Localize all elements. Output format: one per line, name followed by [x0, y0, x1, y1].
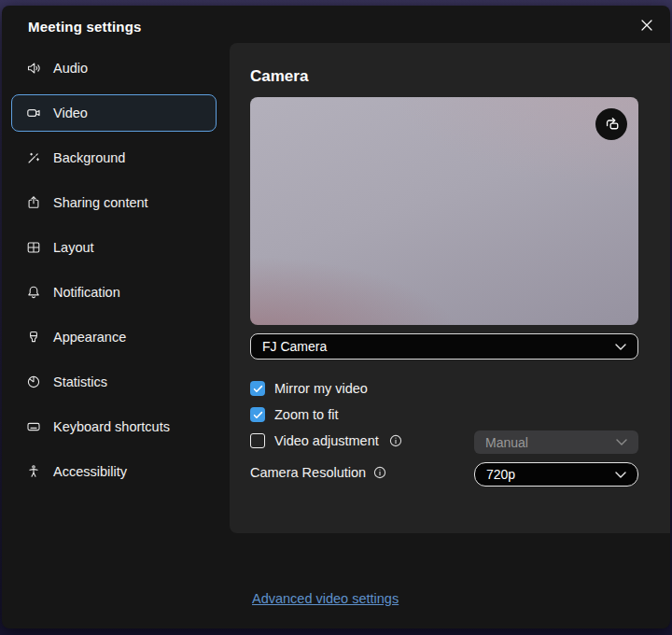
camera-resolution-value: 720p — [486, 467, 515, 482]
video-adjustment-mode-value: Manual — [485, 435, 528, 450]
zoom-to-fit-checkbox-row[interactable]: Zoom to fit — [250, 404, 402, 425]
sidebar-item-layout[interactable]: Layout — [11, 229, 217, 266]
sidebar-item-label: Notification — [53, 285, 120, 300]
chevron-down-icon — [615, 344, 626, 350]
checkbox-checked-icon[interactable] — [250, 381, 265, 396]
video-adjustment-mode-select: Manual — [474, 430, 638, 454]
sidebar-item-accessibility[interactable]: Accessibility — [11, 453, 217, 490]
sidebar-item-notification[interactable]: Notification — [11, 274, 217, 311]
sidebar-item-label: Accessibility — [53, 464, 127, 479]
video-adjustment-checkbox-row[interactable]: Video adjustment — [250, 430, 402, 451]
checkbox-label: Zoom to fit — [274, 407, 339, 422]
camera-device-value: FJ Camera — [262, 339, 327, 354]
camera-resolution-label: Camera Resolution — [250, 465, 366, 480]
sidebar-item-label: Background — [53, 150, 125, 165]
settings-sidebar: Audio Video Background Sharing content L — [11, 49, 217, 498]
sidebar-item-label: Layout — [53, 240, 94, 255]
sidebar-item-label: Keyboard shortcuts — [53, 419, 170, 434]
checkbox-unchecked-icon[interactable] — [250, 433, 265, 448]
sidebar-item-background[interactable]: Background — [11, 139, 217, 176]
paintbrush-icon — [26, 330, 41, 345]
sidebar-item-label: Audio — [53, 61, 88, 76]
sidebar-item-video[interactable]: Video — [11, 94, 217, 132]
mirror-my-video-checkbox-row[interactable]: Mirror my video — [250, 378, 402, 399]
speaker-icon — [26, 61, 41, 76]
camera-resolution-select[interactable]: 720p — [474, 462, 638, 487]
pie-chart-icon — [26, 374, 41, 389]
flip-camera-button[interactable] — [595, 108, 627, 140]
checkbox-label: Mirror my video — [274, 381, 368, 396]
meeting-settings-dialog: Meeting settings Audio Video Background — [2, 6, 670, 628]
panel-heading: Camera — [250, 67, 308, 86]
video-settings-panel: Camera FJ Camera Mirror my video — [230, 43, 670, 533]
flip-camera-icon — [603, 114, 621, 135]
chevron-down-icon — [615, 472, 626, 478]
advanced-video-settings-link[interactable]: Advanced video settings — [252, 591, 399, 606]
close-button[interactable] — [633, 13, 661, 41]
checkbox-checked-icon[interactable] — [250, 407, 265, 422]
info-icon[interactable] — [389, 434, 402, 447]
accessibility-icon — [26, 464, 41, 479]
share-icon — [26, 195, 41, 210]
sidebar-item-audio[interactable]: Audio — [11, 49, 217, 87]
video-camera-icon — [26, 106, 41, 120]
camera-device-select[interactable]: FJ Camera — [250, 333, 638, 360]
sidebar-item-sharing-content[interactable]: Sharing content — [11, 184, 217, 221]
sidebar-item-label: Sharing content — [53, 195, 148, 210]
keyboard-icon — [26, 419, 41, 434]
camera-resolution-row: Camera Resolution — [250, 465, 386, 480]
sidebar-item-keyboard-shortcuts[interactable]: Keyboard shortcuts — [11, 408, 217, 445]
grid-icon — [26, 240, 41, 255]
sidebar-item-appearance[interactable]: Appearance — [11, 318, 217, 356]
sidebar-item-label: Statistics — [53, 374, 107, 389]
checkbox-label: Video adjustment — [274, 433, 379, 448]
sidebar-item-label: Appearance — [53, 330, 126, 345]
camera-preview — [250, 97, 638, 325]
video-options: Mirror my video Zoom to fit Video adjust… — [250, 378, 402, 457]
magic-wand-icon — [26, 150, 41, 165]
sidebar-item-statistics[interactable]: Statistics — [11, 363, 217, 401]
bell-icon — [26, 285, 41, 300]
close-icon — [640, 19, 653, 35]
info-icon[interactable] — [373, 466, 386, 479]
chevron-down-icon — [616, 439, 627, 445]
sidebar-item-label: Video — [53, 106, 88, 120]
dialog-title: Meeting settings — [28, 19, 142, 35]
